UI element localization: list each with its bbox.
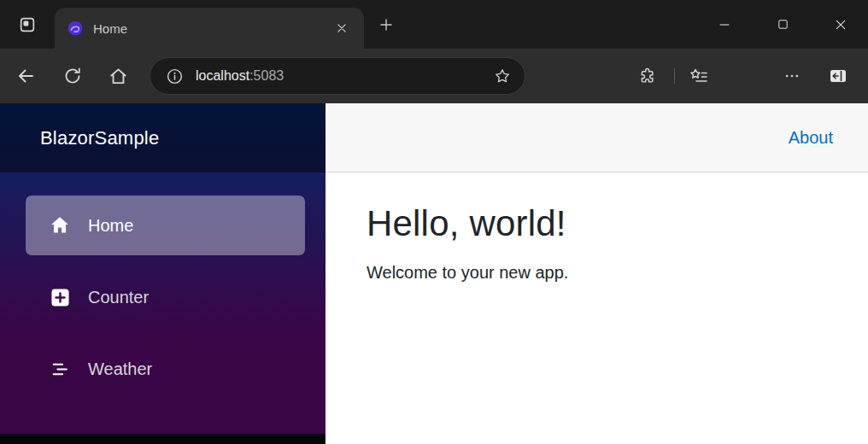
url-port: :5083 bbox=[249, 68, 284, 83]
article: Hello, world! Welcome to your new app. bbox=[326, 172, 868, 283]
back-button[interactable] bbox=[10, 61, 41, 91]
star-list-icon bbox=[689, 66, 709, 86]
tab-bar: Home bbox=[0, 0, 868, 49]
info-icon bbox=[166, 67, 184, 85]
house-icon bbox=[49, 214, 71, 237]
tab-close-button[interactable] bbox=[330, 16, 354, 40]
maximize-icon bbox=[777, 18, 789, 31]
toolbar-divider bbox=[674, 68, 675, 84]
sidebar-toggle-button[interactable] bbox=[823, 61, 853, 91]
address-bar[interactable]: localhost:5083 bbox=[150, 57, 525, 95]
ellipsis-icon bbox=[783, 67, 801, 85]
top-row: About bbox=[326, 103, 868, 172]
favorites-button[interactable] bbox=[683, 61, 714, 91]
sidebar-item-label: Home bbox=[88, 216, 133, 236]
welcome-text: Welcome to your new app. bbox=[367, 263, 834, 283]
back-arrow-icon bbox=[15, 66, 36, 86]
refresh-icon bbox=[63, 67, 82, 85]
sidebar-item-home[interactable]: Home bbox=[26, 196, 305, 255]
blazor-logo-icon bbox=[67, 20, 84, 37]
minimize-button[interactable] bbox=[704, 8, 745, 42]
sidebar-item-label: Weather bbox=[88, 359, 152, 379]
plus-icon bbox=[378, 17, 394, 32]
browser-tab-home[interactable]: Home bbox=[55, 8, 364, 49]
sidebar-item-weather[interactable]: Weather bbox=[26, 339, 305, 399]
page-viewport: BlazorSample Home Counter bbox=[0, 103, 868, 444]
home-icon bbox=[108, 67, 128, 86]
new-tab-button[interactable] bbox=[372, 11, 400, 38]
split-screen-icon bbox=[828, 66, 848, 86]
extensions-button[interactable] bbox=[632, 61, 663, 91]
sidebar-item-label: Counter bbox=[88, 288, 149, 307]
sidebar: BlazorSample Home Counter bbox=[0, 103, 326, 434]
about-link[interactable]: About bbox=[789, 128, 833, 148]
maximize-button[interactable] bbox=[762, 8, 803, 42]
plus-square-icon bbox=[49, 286, 71, 308]
list-icon bbox=[49, 358, 71, 380]
settings-more-button[interactable] bbox=[777, 61, 807, 91]
window-controls bbox=[704, 0, 861, 49]
tab-actions-button[interactable] bbox=[12, 9, 43, 40]
puzzle-icon bbox=[638, 67, 657, 85]
brand-row: BlazorSample bbox=[0, 103, 326, 172]
minimize-icon bbox=[718, 18, 731, 32]
site-info-button[interactable] bbox=[161, 62, 188, 90]
page-title: Hello, world! bbox=[367, 203, 834, 244]
star-icon bbox=[494, 67, 511, 85]
tab-title: Home bbox=[93, 21, 330, 36]
close-icon bbox=[336, 22, 348, 34]
url-text[interactable]: localhost:5083 bbox=[196, 68, 489, 84]
close-icon bbox=[834, 18, 847, 32]
close-button[interactable] bbox=[820, 8, 861, 42]
url-host: localhost bbox=[196, 68, 249, 83]
tab-actions-icon bbox=[18, 15, 37, 34]
home-button[interactable] bbox=[103, 61, 133, 91]
favorite-button[interactable] bbox=[489, 62, 516, 90]
main-content: About Hello, world! Welcome to your new … bbox=[326, 103, 868, 444]
refresh-button[interactable] bbox=[57, 61, 88, 91]
sidebar-nav: Home Counter Weather bbox=[0, 172, 326, 399]
browser-toolbar: localhost:5083 bbox=[0, 49, 868, 103]
browser-window: Home bbox=[0, 0, 868, 444]
sidebar-item-counter[interactable]: Counter bbox=[26, 267, 305, 327]
app-brand[interactable]: BlazorSample bbox=[40, 127, 159, 149]
